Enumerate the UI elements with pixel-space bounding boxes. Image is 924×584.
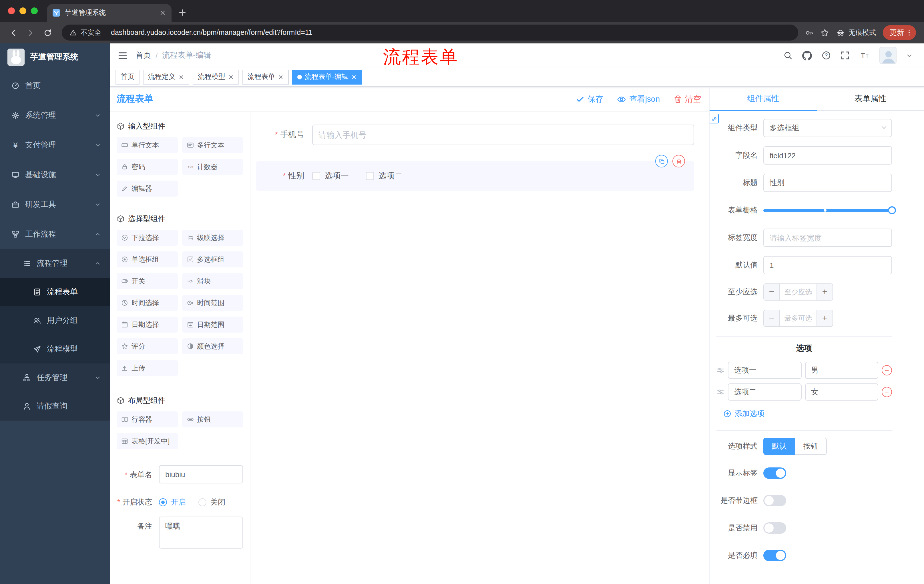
component-counter[interactable]: 123计数器 bbox=[182, 159, 243, 175]
view-json-button[interactable]: 查看json bbox=[617, 94, 660, 104]
close-tag-icon[interactable] bbox=[351, 74, 357, 80]
component-upload[interactable]: 上传 bbox=[117, 360, 178, 376]
component-select[interactable]: 下拉选择 bbox=[117, 230, 178, 246]
component-checkbox-group[interactable]: 多选框组 bbox=[182, 252, 243, 267]
form-name-input[interactable] bbox=[159, 465, 243, 484]
option-value-input[interactable] bbox=[728, 383, 801, 401]
show-label-switch[interactable] bbox=[763, 467, 786, 479]
status-radio-on[interactable]: 开启 bbox=[159, 497, 186, 507]
component-time-range[interactable]: 时间范围 bbox=[182, 295, 243, 311]
component-switch[interactable]: 开关 bbox=[117, 273, 178, 289]
component-rate[interactable]: 评分 bbox=[117, 338, 178, 354]
remove-option-button[interactable] bbox=[882, 387, 892, 397]
component-type-select[interactable] bbox=[763, 119, 892, 137]
key-icon[interactable] bbox=[805, 28, 813, 37]
style-button-button[interactable]: 按钮 bbox=[795, 438, 827, 455]
required-switch[interactable] bbox=[763, 550, 786, 561]
tag-process-form[interactable]: 流程表单 bbox=[243, 69, 289, 84]
tag-process-form-edit[interactable]: 流程表单-编辑 bbox=[292, 69, 362, 84]
component-single-line-text[interactable]: 单行文本 bbox=[117, 137, 178, 153]
logo[interactable]: 芋道管理系统 bbox=[0, 43, 110, 71]
sidebar-item-leave-query[interactable]: 请假查询 bbox=[0, 392, 110, 421]
close-tag-icon[interactable] bbox=[278, 74, 284, 80]
sidebar-item-user-group[interactable]: 用户分组 bbox=[0, 306, 110, 335]
forward-icon[interactable] bbox=[23, 25, 38, 40]
style-default-button[interactable]: 默认 bbox=[763, 438, 795, 455]
sidebar-item-payment[interactable]: ¥ 支付管理 bbox=[0, 130, 110, 160]
close-tag-icon[interactable] bbox=[178, 74, 184, 80]
checkbox-option-1[interactable]: 选项一 bbox=[312, 171, 349, 181]
disabled-switch[interactable] bbox=[763, 522, 786, 534]
close-tab-icon[interactable] bbox=[160, 10, 166, 16]
increase-button[interactable]: + bbox=[817, 310, 833, 326]
checkbox-box[interactable] bbox=[312, 172, 320, 180]
copy-widget-button[interactable] bbox=[655, 155, 668, 168]
field-name-input[interactable] bbox=[763, 146, 892, 165]
checkbox-box[interactable] bbox=[366, 172, 374, 180]
breadcrumb-home[interactable]: 首页 bbox=[135, 50, 151, 61]
zoom-window-button[interactable] bbox=[31, 7, 38, 14]
sidebar-item-workflow[interactable]: 工作流程 bbox=[0, 219, 110, 249]
add-option-button[interactable]: 添加选项 bbox=[723, 409, 892, 419]
component-radio-group[interactable]: 单选框组 bbox=[117, 252, 178, 267]
drag-handle-icon[interactable] bbox=[716, 366, 724, 374]
help-icon[interactable]: ? bbox=[822, 51, 831, 60]
clear-button[interactable]: 清空 bbox=[673, 94, 701, 104]
hamburger-icon[interactable] bbox=[118, 51, 127, 60]
increase-button[interactable]: + bbox=[817, 284, 833, 300]
component-date-picker[interactable]: 日期选择 bbox=[117, 317, 178, 332]
tab-form-props[interactable]: 表单属性 bbox=[817, 87, 924, 110]
component-time-picker[interactable]: 时间选择 bbox=[117, 295, 178, 311]
decrease-button[interactable]: − bbox=[764, 284, 780, 300]
grid-slider[interactable] bbox=[763, 201, 892, 219]
phone-input[interactable] bbox=[312, 125, 694, 145]
browser-tab[interactable]: 芋道管理系统 bbox=[47, 4, 172, 22]
address-bar[interactable]: 不安全 dashboard.yudao.iocoder.cn/bpm/manag… bbox=[62, 25, 798, 41]
canvas-field-gender-selected[interactable]: 性别 选项一 选项二 bbox=[256, 161, 694, 191]
component-date-range[interactable]: 日期范围 bbox=[182, 317, 243, 332]
decrease-button[interactable]: − bbox=[764, 310, 780, 326]
option-label-input[interactable] bbox=[805, 383, 878, 401]
drag-handle-icon[interactable] bbox=[716, 388, 724, 396]
kebab-menu-icon[interactable] bbox=[905, 29, 913, 36]
tag-home[interactable]: 首页 bbox=[116, 69, 140, 84]
slider-track[interactable] bbox=[763, 209, 892, 212]
sidebar-item-process-model[interactable]: 流程模型 bbox=[0, 335, 110, 364]
canvas-field-phone[interactable]: 手机号 bbox=[256, 125, 694, 145]
remove-option-button[interactable] bbox=[882, 365, 892, 375]
sidebar-item-infrastructure[interactable]: 基础设施 bbox=[0, 160, 110, 190]
component-editor[interactable]: 编辑器 bbox=[117, 181, 178, 197]
option-value-input[interactable] bbox=[728, 362, 801, 379]
new-tab-icon[interactable] bbox=[178, 8, 186, 16]
search-icon[interactable] bbox=[783, 51, 792, 60]
component-row-container[interactable]: 行容器 bbox=[117, 411, 178, 428]
slider-handle[interactable] bbox=[888, 206, 896, 214]
sidebar-item-devtools[interactable]: 研发工具 bbox=[0, 190, 110, 219]
sidebar-item-system[interactable]: 系统管理 bbox=[0, 100, 110, 130]
tab-component-props[interactable]: 组件属性 bbox=[710, 87, 817, 110]
close-tag-icon[interactable] bbox=[228, 74, 234, 80]
sidebar-item-process-form[interactable]: 流程表单 bbox=[0, 278, 110, 306]
with-border-switch[interactable] bbox=[763, 495, 786, 506]
avatar[interactable] bbox=[879, 47, 896, 64]
component-password[interactable]: 密码 bbox=[117, 159, 178, 175]
component-slider[interactable]: 滑块 bbox=[182, 273, 243, 289]
sidebar-item-home[interactable]: 首页 bbox=[0, 71, 110, 100]
component-multi-line-text[interactable]: 多行文本 bbox=[182, 137, 243, 153]
component-color-picker[interactable]: 颜色选择 bbox=[182, 338, 243, 354]
font-size-icon[interactable]: TT bbox=[860, 51, 870, 60]
default-value-input[interactable] bbox=[763, 256, 892, 274]
component-table[interactable]: 表格[开发中] bbox=[117, 433, 178, 449]
delete-widget-button[interactable] bbox=[672, 155, 685, 168]
close-window-button[interactable] bbox=[8, 7, 15, 14]
tag-process-definition[interactable]: 流程定义 bbox=[143, 69, 189, 84]
fullscreen-icon[interactable] bbox=[840, 51, 850, 60]
component-cascader[interactable]: 级联选择 bbox=[182, 230, 243, 246]
minimize-window-button[interactable] bbox=[20, 7, 26, 14]
tag-process-model[interactable]: 流程模型 bbox=[193, 69, 239, 84]
save-button[interactable]: 保存 bbox=[576, 94, 604, 104]
component-button[interactable]: 按钮 bbox=[182, 411, 243, 428]
reload-icon[interactable] bbox=[40, 25, 55, 40]
chrome-update-button[interactable]: 更新 bbox=[883, 25, 916, 40]
option-label-input[interactable] bbox=[805, 362, 878, 379]
